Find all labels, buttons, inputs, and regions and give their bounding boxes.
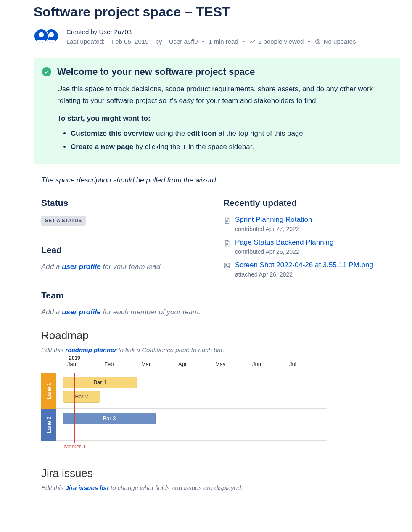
status-heading: Status (41, 198, 211, 208)
lane-track: Bar 3 (56, 409, 327, 441)
jira-issues-link[interactable]: Jira issues list (66, 484, 109, 491)
timeline-month: Mar (141, 361, 178, 367)
recent-item: Screen Shot 2022-04-26 at 3.55.11 PM.png… (223, 261, 400, 278)
target-icon (314, 38, 321, 45)
timeline-month: Jul (289, 361, 326, 367)
lane-track: Bar 1Bar 2 (56, 373, 327, 409)
lead-heading: Lead (41, 245, 211, 255)
recent-link[interactable]: Sprint Planning Rotation (235, 216, 312, 224)
roadmap-section: Roadmap Edit this roadmap planner to lin… (34, 329, 400, 451)
timeline-month: Feb (104, 361, 141, 367)
created-by-user[interactable]: User 2a703 (99, 28, 132, 35)
check-icon: ✓ (42, 67, 51, 76)
jira-section: Jira issues Edit this Jira issues list t… (34, 467, 400, 491)
roadmap-bar[interactable]: Bar 2 (63, 391, 100, 403)
roadmap-lane: Lane 1Bar 1Bar 2 (41, 373, 327, 409)
user-profile-link[interactable]: user profile (62, 263, 101, 271)
welcome-panel: ✓ Welcome to your new software project s… (34, 58, 400, 164)
lane-label: Lane 1 (41, 373, 56, 409)
viewers[interactable]: 2 people viewed (249, 37, 304, 47)
recent-meta: contributed Apr 26, 2022 (235, 248, 333, 255)
welcome-heading: Welcome to your new software project spa… (57, 66, 389, 77)
welcome-body: Use this space to track decisions, scope… (57, 83, 389, 107)
recent-link[interactable]: Screen Shot 2022-04-26 at 3.55.11 PM.png (235, 261, 373, 269)
analytics-icon (249, 38, 256, 45)
last-updated: Last updated: Feb 05, 2019 by User a6ff9 (66, 37, 198, 47)
created-by-line: Created by User 2a703 (66, 27, 356, 37)
svg-point-0 (39, 32, 44, 37)
recent-meta: attached Apr 26, 2022 (235, 271, 373, 278)
roadmap-note: Edit this roadmap planner to link a Conf… (41, 346, 400, 353)
recent-heading: Recently updated (223, 198, 400, 208)
roadmap-chart[interactable]: 2019 Jan Feb Mar Apr May Jun Jul Lane 1B… (41, 361, 327, 451)
roadmap-planner-link[interactable]: roadmap planner (66, 346, 117, 353)
page-icon (223, 240, 231, 248)
lane-label: Lane 2 (41, 409, 56, 441)
svg-point-2 (315, 39, 320, 44)
team-heading: Team (41, 290, 211, 300)
wizard-note: The space description should be pulled f… (41, 176, 400, 184)
roadmap-bar[interactable]: Bar 3 (63, 413, 156, 424)
timeline-month: Jan (67, 361, 104, 367)
svg-point-3 (317, 41, 319, 42)
welcome-bullets: Customize this overview using the edit i… (57, 127, 389, 154)
roadmap-lane: Lane 2Bar 3 (41, 409, 327, 441)
image-icon (223, 262, 231, 271)
byline: Created by User 2a703 Last updated: Feb … (34, 27, 400, 46)
page-icon (223, 217, 231, 225)
avatar-stack (34, 29, 61, 45)
user-profile-link[interactable]: user profile (62, 308, 101, 316)
svg-rect-8 (224, 263, 230, 268)
roadmap-marker-label: Marker 1 (64, 443, 85, 450)
team-prompt: Add a user profile for each member of yo… (41, 308, 211, 316)
welcome-subheading: To start, you might want to: (57, 114, 389, 123)
recent-item: Page Status Backend Planning contributed… (223, 238, 400, 255)
status-pill[interactable]: SET A STATUS (41, 216, 86, 226)
recent-item: Sprint Planning Rotation contributed Apr… (223, 216, 400, 232)
page-title: Software project space – TEST (34, 4, 400, 20)
jira-note: Edit this Jira issues list to change wha… (41, 484, 400, 491)
lead-prompt: Add a user profile for your team lead. (41, 263, 211, 271)
welcome-bullet: Create a new page by clicking the + in t… (71, 140, 389, 154)
timeline-header: 2019 Jan Feb Mar Apr May Jun Jul (67, 361, 327, 367)
timeline-month: Jun (252, 361, 289, 367)
timeline-year: 2019 (69, 355, 80, 361)
jira-heading: Jira issues (41, 467, 400, 480)
welcome-bullet: Customize this overview using the edit i… (71, 127, 389, 140)
timeline-month: Apr (178, 361, 215, 367)
avatar[interactable] (34, 29, 49, 44)
recent-link[interactable]: Page Status Backend Planning (235, 238, 333, 246)
roadmap-heading: Roadmap (41, 329, 400, 342)
read-time: 1 min read (209, 37, 238, 47)
timeline-month: May (215, 361, 252, 367)
recent-meta: contributed Apr 27, 2022 (235, 226, 312, 232)
update-status[interactable]: No updates (314, 37, 356, 47)
roadmap-marker-line (74, 373, 75, 443)
svg-point-1 (49, 32, 54, 37)
last-updated-user[interactable]: User a6ff9 (169, 37, 198, 47)
created-by-label: Created by (66, 28, 97, 35)
